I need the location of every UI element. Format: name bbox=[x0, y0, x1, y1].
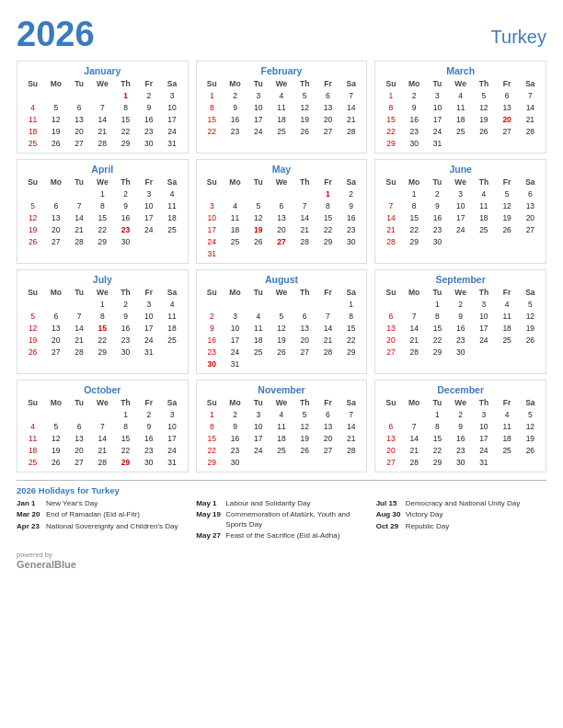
cal-day bbox=[379, 408, 402, 420]
brand-general: General bbox=[17, 559, 54, 570]
cal-day: 7 bbox=[519, 89, 542, 101]
cal-day bbox=[91, 408, 114, 420]
day-header: Su bbox=[21, 287, 44, 298]
cal-day: 20 bbox=[270, 223, 293, 235]
cal-day: 3 bbox=[137, 298, 160, 310]
cal-day: 15 bbox=[339, 322, 362, 334]
cal-day: 1 bbox=[114, 89, 137, 101]
cal-day: 7 bbox=[339, 89, 362, 101]
month-block-april: AprilSuMoTuWeThFrSa123456789101112131415… bbox=[17, 159, 189, 264]
day-header: Su bbox=[21, 176, 44, 188]
day-header: Th bbox=[114, 78, 137, 89]
cal-day bbox=[160, 235, 183, 247]
cal-day: 28 bbox=[403, 346, 426, 358]
cal-day: 25 bbox=[21, 456, 44, 468]
day-header: Fr bbox=[316, 176, 339, 188]
cal-day: 31 bbox=[426, 137, 449, 149]
cal-table: SuMoTuWeThFrSa12345678910111213141516171… bbox=[201, 78, 363, 137]
cal-day bbox=[293, 188, 316, 199]
cal-day: 13 bbox=[270, 211, 293, 223]
cal-day: 8 bbox=[91, 199, 114, 211]
cal-day: 20 bbox=[67, 125, 90, 137]
cal-day bbox=[403, 408, 426, 420]
cal-day: 6 bbox=[270, 199, 293, 211]
cal-day: 12 bbox=[472, 101, 495, 113]
cal-day: 12 bbox=[519, 420, 542, 432]
cal-day: 27 bbox=[44, 235, 67, 247]
cal-day: 8 bbox=[426, 420, 449, 432]
month-block-january: JanuarySuMoTuWeThFrSa1234567891011121314… bbox=[17, 61, 189, 154]
holiday-entry: Jan 1New Year's Day bbox=[17, 499, 187, 508]
cal-day: 16 bbox=[339, 211, 362, 223]
cal-day: 16 bbox=[403, 113, 426, 125]
cal-day: 21 bbox=[519, 113, 542, 125]
cal-day: 11 bbox=[224, 211, 247, 223]
day-header: Tu bbox=[247, 397, 270, 408]
cal-day: 27 bbox=[67, 137, 90, 149]
cal-day: 22 bbox=[426, 444, 449, 456]
cal-day: 10 bbox=[160, 101, 183, 113]
cal-day: 3 bbox=[472, 298, 495, 310]
cal-day: 1 bbox=[426, 298, 449, 310]
cal-day: 22 bbox=[201, 125, 224, 137]
cal-day: 10 bbox=[224, 322, 247, 334]
cal-day bbox=[316, 247, 339, 259]
cal-day: 7 bbox=[316, 310, 339, 322]
cal-day: 26 bbox=[44, 456, 67, 468]
cal-day bbox=[44, 89, 67, 101]
cal-day: 2 bbox=[449, 408, 472, 420]
cal-day bbox=[224, 298, 247, 310]
cal-day bbox=[339, 456, 362, 468]
cal-day: 15 bbox=[379, 113, 402, 125]
cal-day: 28 bbox=[91, 137, 114, 149]
cal-day: 21 bbox=[316, 334, 339, 346]
cal-day: 5 bbox=[21, 310, 44, 322]
day-header: Fr bbox=[316, 397, 339, 408]
cal-day: 9 bbox=[114, 199, 137, 211]
cal-day bbox=[496, 235, 519, 247]
holiday-entry: May 19Commemoration of Atatürk, Youth an… bbox=[196, 510, 366, 529]
day-header: Su bbox=[201, 397, 224, 408]
cal-day: 10 bbox=[160, 420, 183, 432]
cal-day: 26 bbox=[519, 334, 542, 346]
cal-day: 9 bbox=[426, 199, 449, 211]
cal-day: 25 bbox=[21, 137, 44, 149]
cal-day: 28 bbox=[403, 456, 426, 468]
cal-day: 2 bbox=[339, 188, 362, 199]
cal-day bbox=[160, 346, 183, 358]
day-header: Mo bbox=[403, 397, 426, 408]
cal-day: 28 bbox=[67, 235, 90, 247]
cal-day: 31 bbox=[201, 247, 224, 259]
cal-day: 2 bbox=[137, 408, 160, 420]
cal-day: 29 bbox=[114, 456, 137, 468]
cal-day: 4 bbox=[224, 199, 247, 211]
cal-day: 29 bbox=[316, 235, 339, 247]
cal-day: 25 bbox=[472, 223, 495, 235]
cal-day: 24 bbox=[247, 444, 270, 456]
cal-day: 25 bbox=[270, 125, 293, 137]
cal-day: 29 bbox=[114, 137, 137, 149]
cal-day: 13 bbox=[293, 322, 316, 334]
cal-day: 14 bbox=[379, 211, 402, 223]
cal-table: SuMoTuWeThFrSa12345678910111213141516171… bbox=[379, 78, 542, 149]
cal-day bbox=[496, 456, 519, 468]
cal-day: 12 bbox=[44, 432, 67, 444]
month-name: April bbox=[21, 164, 184, 175]
cal-day bbox=[472, 137, 495, 149]
cal-day: 27 bbox=[496, 125, 519, 137]
cal-day: 29 bbox=[201, 456, 224, 468]
cal-day: 12 bbox=[247, 211, 270, 223]
cal-day bbox=[224, 188, 247, 199]
cal-day bbox=[293, 456, 316, 468]
cal-day: 10 bbox=[472, 310, 495, 322]
cal-day: 18 bbox=[21, 125, 44, 137]
month-name: May bbox=[201, 164, 363, 175]
day-header: Tu bbox=[426, 397, 449, 408]
cal-day: 8 bbox=[426, 310, 449, 322]
cal-day: 30 bbox=[449, 346, 472, 358]
cal-day: 30 bbox=[114, 346, 137, 358]
cal-day: 13 bbox=[379, 432, 402, 444]
cal-day: 1 bbox=[339, 298, 362, 310]
day-header: Fr bbox=[496, 397, 519, 408]
year-title: 2026 bbox=[17, 17, 95, 51]
